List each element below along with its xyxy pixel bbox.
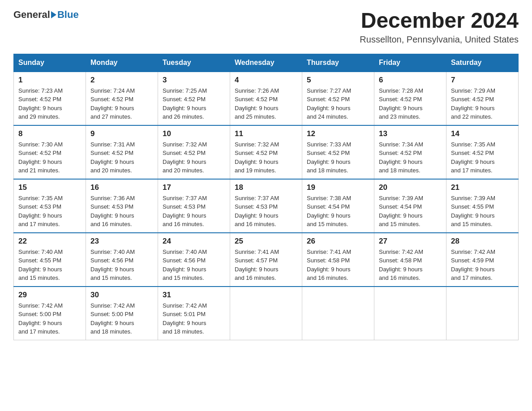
calendar-cell: 29Sunrise: 7:42 AMSunset: 5:00 PMDayligh… (14, 287, 86, 340)
calendar-cell: 6Sunrise: 7:28 AMSunset: 4:52 PMDaylight… (374, 72, 446, 125)
calendar-table: SundayMondayTuesdayWednesdayThursdayFrid… (13, 54, 519, 340)
calendar-cell: 28Sunrise: 7:42 AMSunset: 4:59 PMDayligh… (446, 233, 519, 287)
column-header-thursday: Thursday (302, 54, 374, 72)
column-header-friday: Friday (374, 54, 446, 72)
calendar-cell: 7Sunrise: 7:29 AMSunset: 4:52 PMDaylight… (446, 72, 519, 125)
day-number: 1 (18, 76, 81, 85)
day-info: Sunrise: 7:41 AMSunset: 4:58 PMDaylight:… (307, 248, 369, 283)
day-number: 4 (235, 76, 297, 85)
week-row-5: 29Sunrise: 7:42 AMSunset: 5:00 PMDayligh… (14, 287, 519, 340)
day-number: 10 (163, 129, 225, 138)
day-number: 28 (451, 237, 514, 246)
calendar-cell: 20Sunrise: 7:39 AMSunset: 4:54 PMDayligh… (374, 179, 446, 233)
calendar-cell: 21Sunrise: 7:39 AMSunset: 4:55 PMDayligh… (446, 179, 519, 233)
day-number: 15 (18, 183, 81, 192)
calendar-cell: 4Sunrise: 7:26 AMSunset: 4:52 PMDaylight… (230, 72, 302, 125)
calendar-header-row: SundayMondayTuesdayWednesdayThursdayFrid… (14, 54, 519, 72)
day-number: 23 (90, 237, 153, 246)
day-number: 24 (163, 237, 225, 246)
calendar-cell: 25Sunrise: 7:41 AMSunset: 4:57 PMDayligh… (230, 233, 302, 287)
calendar-cell: 15Sunrise: 7:35 AMSunset: 4:53 PMDayligh… (14, 179, 86, 233)
day-number: 7 (451, 76, 514, 85)
day-info: Sunrise: 7:28 AMSunset: 4:52 PMDaylight:… (379, 86, 442, 121)
day-info: Sunrise: 7:23 AMSunset: 4:52 PMDaylight:… (18, 86, 81, 121)
logo-arrow-icon (51, 11, 56, 18)
column-header-monday: Monday (86, 54, 158, 72)
day-info: Sunrise: 7:36 AMSunset: 4:53 PMDaylight:… (90, 194, 153, 229)
day-number: 29 (18, 291, 81, 300)
day-info: Sunrise: 7:29 AMSunset: 4:52 PMDaylight:… (451, 86, 514, 121)
calendar-cell: 9Sunrise: 7:31 AMSunset: 4:52 PMDaylight… (86, 125, 158, 179)
calendar-cell: 11Sunrise: 7:32 AMSunset: 4:52 PMDayligh… (230, 125, 302, 179)
calendar-cell (302, 287, 374, 340)
day-number: 21 (451, 183, 514, 192)
week-row-3: 15Sunrise: 7:35 AMSunset: 4:53 PMDayligh… (14, 179, 519, 233)
calendar-cell: 5Sunrise: 7:27 AMSunset: 4:52 PMDaylight… (302, 72, 374, 125)
calendar-cell: 23Sunrise: 7:40 AMSunset: 4:56 PMDayligh… (86, 233, 158, 287)
calendar-cell: 2Sunrise: 7:24 AMSunset: 4:52 PMDaylight… (86, 72, 158, 125)
calendar-cell (230, 287, 302, 340)
column-header-saturday: Saturday (446, 54, 519, 72)
page-header: General Blue December 2024 Russellton, P… (13, 9, 519, 45)
calendar-cell: 8Sunrise: 7:30 AMSunset: 4:52 PMDaylight… (14, 125, 86, 179)
day-number: 16 (90, 183, 153, 192)
title-section: December 2024 Russellton, Pennsylvania, … (360, 9, 519, 45)
day-number: 5 (307, 76, 369, 85)
day-info: Sunrise: 7:40 AMSunset: 4:56 PMDaylight:… (163, 248, 225, 283)
day-info: Sunrise: 7:25 AMSunset: 4:52 PMDaylight:… (163, 86, 225, 121)
day-number: 26 (307, 237, 369, 246)
calendar-cell: 16Sunrise: 7:36 AMSunset: 4:53 PMDayligh… (86, 179, 158, 233)
day-number: 19 (307, 183, 369, 192)
day-info: Sunrise: 7:34 AMSunset: 4:52 PMDaylight:… (379, 140, 442, 175)
day-number: 6 (379, 76, 442, 85)
calendar-cell (446, 287, 519, 340)
day-info: Sunrise: 7:41 AMSunset: 4:57 PMDaylight:… (235, 248, 297, 283)
calendar-cell: 12Sunrise: 7:33 AMSunset: 4:52 PMDayligh… (302, 125, 374, 179)
day-info: Sunrise: 7:37 AMSunset: 4:53 PMDaylight:… (163, 194, 225, 229)
day-info: Sunrise: 7:35 AMSunset: 4:52 PMDaylight:… (451, 140, 514, 175)
calendar-cell: 18Sunrise: 7:37 AMSunset: 4:53 PMDayligh… (230, 179, 302, 233)
month-title: December 2024 (360, 9, 519, 33)
calendar-cell: 14Sunrise: 7:35 AMSunset: 4:52 PMDayligh… (446, 125, 519, 179)
calendar-cell: 26Sunrise: 7:41 AMSunset: 4:58 PMDayligh… (302, 233, 374, 287)
day-number: 25 (235, 237, 297, 246)
week-row-2: 8Sunrise: 7:30 AMSunset: 4:52 PMDaylight… (14, 125, 519, 179)
week-row-1: 1Sunrise: 7:23 AMSunset: 4:52 PMDaylight… (14, 72, 519, 125)
calendar-cell (374, 287, 446, 340)
column-header-wednesday: Wednesday (230, 54, 302, 72)
day-number: 12 (307, 129, 369, 138)
day-number: 9 (90, 129, 153, 138)
calendar-cell: 24Sunrise: 7:40 AMSunset: 4:56 PMDayligh… (158, 233, 230, 287)
day-info: Sunrise: 7:37 AMSunset: 4:53 PMDaylight:… (235, 194, 297, 229)
day-number: 17 (163, 183, 225, 192)
column-header-tuesday: Tuesday (158, 54, 230, 72)
day-info: Sunrise: 7:27 AMSunset: 4:52 PMDaylight:… (307, 86, 369, 121)
day-info: Sunrise: 7:39 AMSunset: 4:55 PMDaylight:… (451, 194, 514, 229)
day-number: 30 (90, 291, 153, 300)
day-number: 3 (163, 76, 225, 85)
week-row-4: 22Sunrise: 7:40 AMSunset: 4:55 PMDayligh… (14, 233, 519, 287)
day-info: Sunrise: 7:42 AMSunset: 4:59 PMDaylight:… (451, 248, 514, 283)
day-number: 11 (235, 129, 297, 138)
calendar-cell: 13Sunrise: 7:34 AMSunset: 4:52 PMDayligh… (374, 125, 446, 179)
day-number: 22 (18, 237, 81, 246)
day-info: Sunrise: 7:30 AMSunset: 4:52 PMDaylight:… (18, 140, 81, 175)
calendar-cell: 31Sunrise: 7:42 AMSunset: 5:01 PMDayligh… (158, 287, 230, 340)
day-info: Sunrise: 7:33 AMSunset: 4:52 PMDaylight:… (307, 140, 369, 175)
day-info: Sunrise: 7:42 AMSunset: 4:58 PMDaylight:… (379, 248, 442, 283)
calendar-cell: 17Sunrise: 7:37 AMSunset: 4:53 PMDayligh… (158, 179, 230, 233)
location-text: Russellton, Pennsylvania, United States (360, 34, 519, 45)
day-info: Sunrise: 7:32 AMSunset: 4:52 PMDaylight:… (163, 140, 225, 175)
day-info: Sunrise: 7:42 AMSunset: 5:01 PMDaylight:… (163, 301, 225, 336)
day-info: Sunrise: 7:35 AMSunset: 4:53 PMDaylight:… (18, 194, 81, 229)
calendar-cell: 30Sunrise: 7:42 AMSunset: 5:00 PMDayligh… (86, 287, 158, 340)
day-info: Sunrise: 7:26 AMSunset: 4:52 PMDaylight:… (235, 86, 297, 121)
logo-general-text: General (13, 9, 50, 21)
logo: General Blue (13, 9, 79, 21)
column-header-sunday: Sunday (14, 54, 86, 72)
day-number: 31 (163, 291, 225, 300)
day-info: Sunrise: 7:42 AMSunset: 5:00 PMDaylight:… (90, 301, 153, 336)
day-number: 20 (379, 183, 442, 192)
day-info: Sunrise: 7:39 AMSunset: 4:54 PMDaylight:… (379, 194, 442, 229)
calendar-cell: 3Sunrise: 7:25 AMSunset: 4:52 PMDaylight… (158, 72, 230, 125)
